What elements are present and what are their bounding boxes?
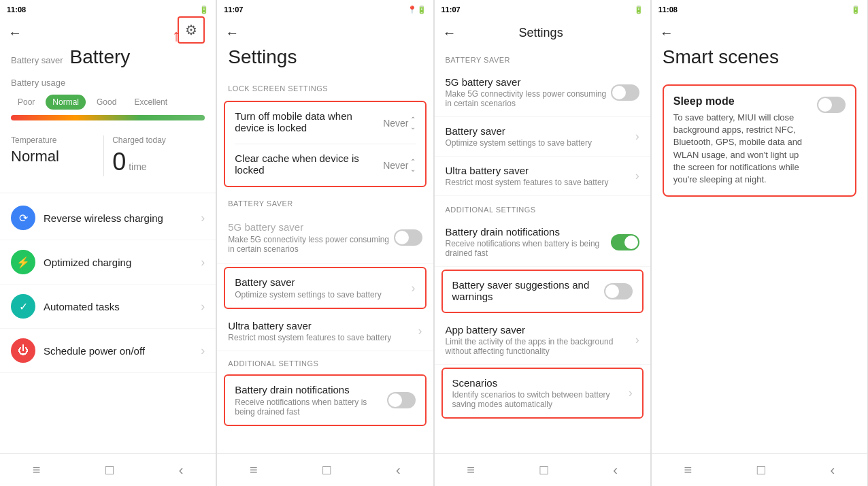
- nav-home-2[interactable]: □: [322, 462, 331, 478]
- battery-title: Battery: [70, 46, 131, 68]
- mobile-data-value[interactable]: Never ⌃⌄: [383, 116, 415, 131]
- 5g-saver-text-3: 5G battery saver Make 5G connectivity le…: [446, 76, 611, 108]
- battery-drain-sub-3: Receive notifications when battery is be…: [446, 239, 611, 258]
- schedule-power-text: Schedule power on/off: [44, 345, 201, 357]
- battery-saver-chevron-3: ›: [635, 129, 639, 144]
- menu-automated-tasks[interactable]: ✓ Automated tasks ›: [0, 285, 216, 329]
- optimized-charging-text: Optimized charging: [44, 257, 201, 268]
- charged-value: 0: [112, 148, 126, 176]
- gear-icon-highlight[interactable]: ⚙: [178, 16, 205, 44]
- mobile-data-title: Turn off mobile data when device is lock…: [235, 110, 383, 133]
- ultra-battery-saver-item[interactable]: Ultra battery saver Restrict most system…: [217, 312, 433, 351]
- battery-drain-toggle-3[interactable]: [611, 234, 639, 250]
- ultra-saver-text-3: Ultra battery saver Restrict most system…: [446, 165, 635, 187]
- 5g-saver-item-3[interactable]: 5G battery saver Make 5G connectivity le…: [435, 68, 650, 117]
- battery-saver-sub-3: Optimize system settings to save battery: [446, 138, 635, 148]
- app-battery-saver-item[interactable]: App battery saver Limit the activity of …: [435, 316, 650, 365]
- battery-drain-item-3[interactable]: Battery drain notifications Receive noti…: [435, 218, 650, 267]
- panel-settings-main: 11:07 🔋 ← Settings BATTERY SAVER 5G batt…: [435, 0, 651, 486]
- 5g-saver-sub-3: Make 5G connectivity less power consumin…: [446, 89, 611, 108]
- chevron-right-4: ›: [201, 344, 205, 358]
- automated-tasks-text: Automated tasks: [44, 301, 201, 312]
- smart-scenes-content: Sleep mode To save battery, MIUI will cl…: [652, 76, 867, 486]
- nav-bar-3: ← Settings: [435, 19, 650, 46]
- battery-content: Battery usage Poor Normal Good Excellent…: [0, 71, 216, 486]
- additional-settings-header-3: ADDITIONAL SETTINGS: [435, 196, 650, 218]
- app-battery-saver-sub: Limit the activity of the apps in the ba…: [446, 337, 635, 356]
- sleep-mode-desc: To save battery, MIUI will close backgro…: [673, 112, 810, 186]
- clear-cache-value[interactable]: Never ⌃⌄: [383, 158, 415, 173]
- status-icons-1: 🔋: [199, 5, 209, 14]
- ultra-saver-title: Ultra battery saver: [228, 320, 418, 331]
- status-bar-4: 11:08 🔋: [652, 0, 867, 19]
- back-button-2[interactable]: ←: [225, 25, 239, 41]
- menu-schedule-power[interactable]: ⏻ Schedule power on/off ›: [0, 329, 216, 373]
- panel-smart-scenes: 11:08 🔋 ← Smart scenes Sleep mode To sav…: [652, 0, 868, 486]
- nav-bar-2: ←: [217, 19, 433, 46]
- chevron-right-3: ›: [201, 299, 205, 314]
- scenarios-box[interactable]: Scenarios Identify scenarios to switch b…: [441, 368, 644, 419]
- additional-settings-label: ADDITIONAL SETTINGS: [217, 351, 433, 372]
- 5g-saver-toggle-3[interactable]: [611, 84, 639, 101]
- rating-good[interactable]: Good: [90, 95, 123, 110]
- nav-bar-4: ←: [652, 19, 867, 46]
- 5g-saver-sub: Make 5G connectivity less power consumin…: [228, 235, 393, 254]
- optimized-charging-icon: ⚡: [11, 250, 35, 274]
- nav-back-4[interactable]: ‹: [831, 462, 835, 478]
- ultra-saver-chevron: ›: [418, 324, 422, 338]
- battery-saver-header-3: BATTERY SAVER: [435, 46, 650, 68]
- 5g-saver-toggle[interactable]: [394, 229, 422, 246]
- back-button-3[interactable]: ←: [443, 25, 456, 41]
- app-battery-saver-text: App battery saver Limit the activity of …: [446, 324, 635, 356]
- bottom-nav-1: ≡ □ ‹: [0, 453, 216, 486]
- nav-menu-4[interactable]: ≡: [684, 462, 692, 478]
- scenarios-sub: Identify scenarios to switch between bat…: [452, 390, 629, 409]
- battery-saver-suggestions-toggle[interactable]: [604, 283, 633, 299]
- settings-title-2: Settings: [228, 46, 297, 67]
- rating-poor[interactable]: Poor: [11, 95, 41, 110]
- clear-cache-row: Clear cache when device is locked Never …: [235, 152, 415, 178]
- reverse-wireless-icon: ⟳: [11, 206, 35, 230]
- ultra-saver-item-3[interactable]: Ultra battery saver Restrict most system…: [435, 157, 650, 196]
- chevron-right-1: ›: [201, 211, 205, 225]
- battery-saver-title-3: Battery saver: [446, 125, 635, 137]
- sleep-mode-toggle[interactable]: [817, 97, 846, 113]
- reverse-wireless-text: Reverse wireless charging: [44, 212, 201, 224]
- rating-row: Poor Normal Good Excellent: [11, 95, 205, 110]
- stat-charged: Charged today 0 time: [104, 129, 205, 183]
- back-button-4[interactable]: ←: [660, 25, 673, 41]
- nav-back-1[interactable]: ‹: [179, 462, 184, 478]
- status-icons-2: 📍🔋: [407, 5, 427, 14]
- battery-saver-item-box[interactable]: Battery saver Optimize system settings t…: [224, 267, 426, 309]
- nav-home-3[interactable]: □: [540, 462, 548, 478]
- battery-drain-toggle[interactable]: [387, 392, 416, 408]
- nav-menu-3[interactable]: ≡: [467, 462, 475, 478]
- settings-lock-content: LOCK SCREEN SETTINGS Turn off mobile dat…: [217, 76, 433, 486]
- nav-back-3[interactable]: ‹: [613, 462, 618, 478]
- rating-excellent[interactable]: Excellent: [127, 95, 174, 110]
- battery-saver-suggestions-title: Battery saver suggestions and warnings: [452, 279, 604, 302]
- battery-saver-suggestions-box: Battery saver suggestions and warnings: [441, 270, 644, 313]
- battery-saver-section-label: BATTERY SAVER: [217, 191, 433, 212]
- menu-reverse-wireless[interactable]: ⟳ Reverse wireless charging ›: [0, 196, 216, 240]
- menu-optimized-charging[interactable]: ⚡ Optimized charging ›: [0, 240, 216, 285]
- bottom-nav-4: ≡ □ ‹: [652, 453, 867, 486]
- nav-back-2[interactable]: ‹: [396, 462, 401, 478]
- status-icons-4: 🔋: [851, 5, 861, 14]
- nav-home-1[interactable]: □: [105, 462, 114, 478]
- app-battery-saver-title: App battery saver: [446, 324, 635, 336]
- back-button-1[interactable]: ←: [8, 25, 22, 41]
- battery-saver-item-3[interactable]: Battery saver Optimize system settings t…: [435, 117, 650, 157]
- battery-drain-text-3: Battery drain notifications Receive noti…: [446, 226, 611, 258]
- lock-screen-label: LOCK SCREEN SETTINGS: [217, 76, 433, 97]
- nav-menu-1[interactable]: ≡: [33, 462, 41, 478]
- panel-battery: 11:08 🔋 ← Battery saver Battery ⚙ ↑ Batt…: [0, 0, 216, 486]
- nav-home-4[interactable]: □: [757, 462, 765, 478]
- automated-tasks-title: Automated tasks: [44, 301, 201, 312]
- time-2: 11:07: [224, 5, 243, 14]
- sleep-mode-card: Sleep mode To save battery, MIUI will cl…: [663, 84, 856, 197]
- rating-normal[interactable]: Normal: [46, 95, 86, 110]
- nav-menu-2[interactable]: ≡: [250, 462, 258, 478]
- battery-drain-sub: Receive notifications when battery is be…: [235, 398, 386, 417]
- ultra-saver-sub-3: Restrict most system features to save ba…: [446, 178, 635, 187]
